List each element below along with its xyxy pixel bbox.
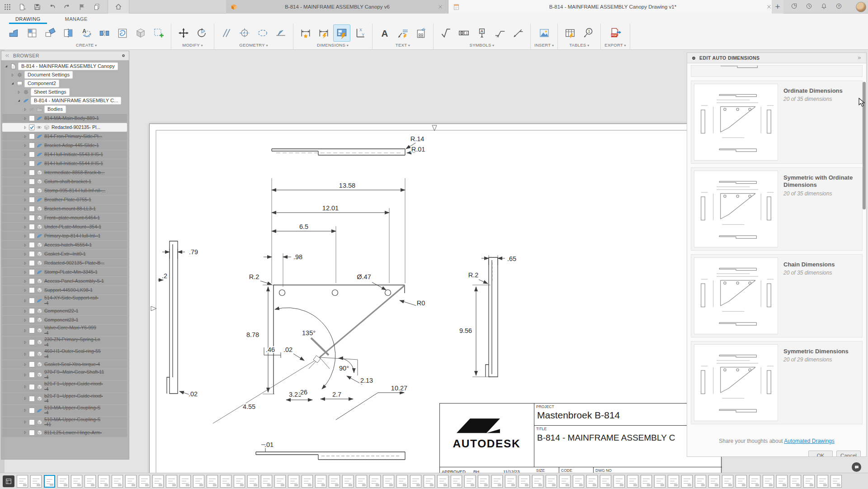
caret-open-icon[interactable] xyxy=(10,81,15,86)
visibility-checkbox[interactable] xyxy=(29,408,35,413)
sheet-thumbnail[interactable] xyxy=(451,475,462,488)
caret-closed-icon[interactable] xyxy=(23,318,28,323)
visibility-checkbox[interactable] xyxy=(29,124,35,130)
browser-item[interactable]: Intermediate-8868-Brack-b... xyxy=(2,168,127,177)
notification-badge[interactable] xyxy=(852,462,861,472)
browser-item[interactable]: 814-MA-Main-Body-889-1 xyxy=(2,114,127,123)
group-label-create[interactable]: CREATE xyxy=(76,43,97,47)
sheet-thumbnail[interactable] xyxy=(532,475,543,488)
browser-pin-icon[interactable] xyxy=(121,53,126,58)
edge-symbol-button[interactable] xyxy=(509,24,527,42)
visibility-checkbox[interactable] xyxy=(29,260,35,266)
browser-item[interactable]: Stomp-995-814-Hull-Inf-nil-... xyxy=(2,186,127,195)
file-icon[interactable] xyxy=(18,2,27,12)
dimension-scheme-card[interactable]: Symmetric with Ordinate Dimensions20 of … xyxy=(691,167,863,251)
exploded-view-button[interactable] xyxy=(132,24,149,42)
visibility-checkbox[interactable] xyxy=(29,179,35,185)
base-view-button[interactable] xyxy=(5,24,23,42)
panel-scrollbar-thumb[interactable] xyxy=(863,82,866,209)
sheet-thumbnail[interactable] xyxy=(329,475,340,488)
move-button[interactable] xyxy=(175,24,192,42)
new-tab-button[interactable]: + xyxy=(772,0,783,14)
caret-closed-icon[interactable] xyxy=(23,116,28,121)
group-label-symbols[interactable]: SYMBOLS xyxy=(470,43,495,47)
caret-closed-icon[interactable] xyxy=(23,408,28,413)
browser-item[interactable]: Stomp-PLate-Min-3345-1 xyxy=(2,268,127,276)
browser-item[interactable]: Gasket-Extr--Init0-1 xyxy=(2,250,127,258)
edit-auto-dimensions-button[interactable] xyxy=(333,24,350,42)
visibility-checkbox[interactable] xyxy=(29,170,35,176)
sheet-thumbnail[interactable] xyxy=(681,475,693,488)
sheet-thumbnail[interactable] xyxy=(315,475,326,488)
caret-closed-icon[interactable] xyxy=(23,216,28,220)
sheet-thumbnail[interactable] xyxy=(627,475,638,488)
sheet-thumbnail[interactable] xyxy=(519,475,530,488)
group-label-text[interactable]: TEXT xyxy=(396,43,410,47)
sheet-thumbnail[interactable] xyxy=(274,475,286,488)
sheet-thumbnail[interactable] xyxy=(220,475,231,488)
sheet-thumbnail[interactable] xyxy=(695,475,706,488)
help-icon[interactable]: ? xyxy=(835,2,843,10)
sheet-thumbnail[interactable] xyxy=(559,475,571,488)
visibility-checkbox[interactable] xyxy=(29,215,35,221)
sheet-thumbnail[interactable] xyxy=(776,475,788,488)
sheet-thumbnail[interactable] xyxy=(356,475,367,488)
report-icon[interactable] xyxy=(77,2,87,12)
dimension-scheme-card[interactable]: Ordinate Dimensions20 of 35 dimensions xyxy=(691,81,863,164)
caret-closed-icon[interactable] xyxy=(10,73,15,77)
browser-item[interactable]: Document Settings xyxy=(2,71,129,79)
sheet-thumbnail[interactable] xyxy=(546,475,557,488)
caret-closed-icon[interactable] xyxy=(23,309,28,313)
sheet-thumbnail[interactable] xyxy=(613,475,625,488)
group-label-export[interactable]: EXPORT xyxy=(604,43,626,47)
caret-closed-icon[interactable] xyxy=(23,189,28,193)
redo-icon[interactable] xyxy=(62,2,72,12)
visibility-checkbox[interactable] xyxy=(29,361,35,367)
notifications-icon[interactable] xyxy=(820,2,828,10)
tab-manage[interactable]: MANAGE xyxy=(61,15,92,23)
browser-item[interactable]: b21-F1--Upper-Guide-rixxd--4 xyxy=(2,393,127,404)
caret-closed-icon[interactable] xyxy=(23,396,28,401)
sheet-thumbnail[interactable] xyxy=(410,475,421,488)
browser-item[interactable]: Bracket-mount-88-LL3-1 xyxy=(2,204,127,213)
group-label-tables[interactable]: TABLES xyxy=(569,43,589,47)
sheet-thumbnail[interactable] xyxy=(654,475,665,488)
browser-item[interactable]: B-814 - MAINFRAME ASSEMBLY Canopy xyxy=(2,62,129,71)
browser-item[interactable]: 814-Hull-Initiate-5544.IHS-1 xyxy=(2,159,127,168)
caret-closed-icon[interactable] xyxy=(23,107,28,112)
caret-closed-icon[interactable] xyxy=(23,134,28,139)
output-pdf-button[interactable]: PDF xyxy=(607,24,624,42)
ok-button[interactable]: OK xyxy=(808,451,833,456)
caret-closed-icon[interactable] xyxy=(23,243,28,247)
browser-item[interactable]: Front--plate-mount-6464-1 xyxy=(2,214,127,222)
browser-item[interactable]: 811-L25-Lower-Hinge-Arm- xyxy=(2,428,127,437)
surface-texture-button[interactable] xyxy=(437,24,454,42)
sheet-thumbnail[interactable] xyxy=(790,475,801,488)
browser-item[interactable]: Gasket-Seal-Xtra-torque-4 xyxy=(2,360,127,369)
browser-item[interactable]: Redacted-902135- Pl... xyxy=(2,123,127,132)
browser-item[interactable]: Component22-1 xyxy=(2,307,127,315)
sheet-list-button[interactable] xyxy=(3,475,14,487)
browser-item[interactable]: b21-F1--Upper-Guide-rixxd--4 xyxy=(2,381,127,392)
sheet-thumbnail[interactable] xyxy=(302,475,313,488)
eye-off-icon[interactable] xyxy=(29,106,35,112)
break-view-button[interactable] xyxy=(96,24,113,42)
close-tab-icon[interactable] xyxy=(766,4,772,10)
caret-closed-icon[interactable] xyxy=(23,362,28,367)
browser-item[interactable]: Redacted-902135- Plate-B... xyxy=(2,259,127,267)
group-label-insert[interactable]: INSERT xyxy=(534,43,554,47)
eye-icon[interactable] xyxy=(36,124,42,130)
section-view-button[interactable] xyxy=(60,24,77,42)
browser-item[interactable]: B-814 - MAINFRAME ASSEMBLY C... xyxy=(2,96,129,105)
visibility-checkbox[interactable] xyxy=(29,242,35,248)
browser-item[interactable]: Bodies xyxy=(2,105,129,114)
sheet-thumbnail[interactable] xyxy=(193,475,204,488)
auto-dimension-button[interactable] xyxy=(315,24,332,42)
caret-closed-icon[interactable] xyxy=(23,352,28,356)
document-tab-drawing[interactable]: B-814 - MAINFRAME ASSEMBLY Canopy Drawin… xyxy=(448,0,777,14)
dimension-card-partial[interactable] xyxy=(691,65,863,77)
sheet-thumbnail[interactable] xyxy=(722,475,733,488)
browser-item[interactable]: 814-Hull-Initiate-5543.IHS-1 xyxy=(2,150,127,159)
caret-closed-icon[interactable] xyxy=(23,328,28,333)
ordinate-dimension-button[interactable]: XY xyxy=(351,24,368,42)
